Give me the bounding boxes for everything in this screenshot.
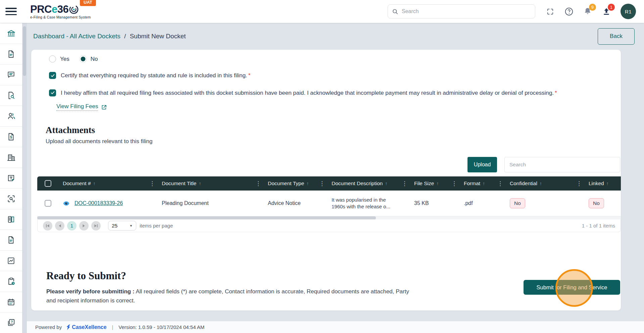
- sidebar-item-calendar[interactable]: [0, 292, 22, 313]
- sort-arrow-icon[interactable]: ↑: [385, 181, 387, 186]
- global-search-input[interactable]: [402, 8, 531, 14]
- fees-invoice-icon: $: [7, 132, 15, 141]
- scrollbar-thumb[interactable]: [37, 216, 376, 219]
- cell-format: .pdf: [460, 191, 506, 216]
- svg-text:$: $: [10, 135, 12, 139]
- column-menu-icon[interactable]: ⋮: [401, 180, 408, 187]
- sidebar-item-tasks[interactable]: [0, 271, 22, 292]
- column-header-document-type[interactable]: Document Type↑⋮: [264, 176, 328, 191]
- last-page-button[interactable]: [91, 221, 101, 231]
- sidebar-scrollbar[interactable]: [22, 23, 27, 333]
- certify-checkbox[interactable]: [49, 72, 56, 79]
- column-header-format[interactable]: Format↑⋮: [460, 176, 506, 191]
- sidebar-item-fees[interactable]: $: [0, 127, 22, 148]
- logo-prefix: PRC: [30, 4, 52, 14]
- global-search[interactable]: [388, 4, 535, 18]
- affirm-label: I hereby affirm that all required filing…: [61, 90, 554, 96]
- column-menu-icon[interactable]: ⋮: [451, 180, 458, 187]
- page-size-select[interactable]: 25 ▼: [108, 221, 136, 231]
- upload-status-icon[interactable]: 1: [602, 7, 611, 16]
- app-logo: UAT PRCe36 e-Filing & Case Management Sy…: [30, 4, 91, 19]
- table-horizontal-scrollbar[interactable]: [37, 216, 621, 219]
- sidebar-item-record-search[interactable]: [0, 189, 22, 209]
- sidebar-item-dockets[interactable]: [0, 44, 22, 65]
- column-menu-icon[interactable]: ⋮: [497, 180, 504, 187]
- sidebar-item-parties[interactable]: [0, 106, 22, 127]
- logo-accent: e: [52, 4, 57, 14]
- menu-icon[interactable]: [5, 7, 17, 16]
- table-row: DOC-000183339-26 Pleading Document Advic…: [37, 191, 621, 216]
- cell-document-title: Pleading Document: [158, 191, 264, 216]
- scrollbar-thumb[interactable]: [23, 26, 26, 76]
- back-button[interactable]: Back: [598, 28, 635, 45]
- sidebar-item-document-search[interactable]: [0, 85, 22, 106]
- breadcrumb-link[interactable]: Dashboard - All Active Dockets: [33, 33, 120, 40]
- column-menu-icon[interactable]: ⋮: [149, 180, 156, 187]
- page-size-value: 25: [112, 223, 117, 229]
- submit-section: Ready to Submit? Please verify before su…: [31, 270, 621, 305]
- attachments-search-input[interactable]: [504, 157, 620, 172]
- ready-to-submit-title: Ready to Submit?: [46, 270, 415, 282]
- pagination-bar: 1 25 ▼ items per page 1 - 1 of 1 items: [37, 219, 621, 232]
- sidebar-item-messages[interactable]: [0, 65, 22, 85]
- sidebar-item-documents[interactable]: [0, 230, 22, 251]
- view-filing-fees-link[interactable]: View Filing Fees: [56, 103, 107, 111]
- notifications-bell-icon[interactable]: 9: [583, 7, 592, 16]
- breadcrumb-current: Submit New Docket: [130, 33, 186, 40]
- submit-docket-card: Yes No Certify that everything required …: [31, 50, 621, 310]
- sort-arrow-icon[interactable]: ↑: [199, 181, 201, 186]
- calendar-icon: [7, 298, 15, 306]
- column-menu-icon[interactable]: ⋮: [255, 180, 262, 187]
- sidebar-item-templates[interactable]: [0, 168, 22, 189]
- sidebar-item-ledger[interactable]: [0, 209, 22, 230]
- next-page-button[interactable]: [79, 221, 89, 231]
- sidebar-item-help-pages[interactable]: ?: [0, 313, 22, 333]
- tasks-clipboard-icon: [7, 277, 16, 286]
- powered-by-label: Powered by: [35, 324, 62, 330]
- sort-arrow-icon[interactable]: ↑: [540, 181, 542, 186]
- casexellence-logo[interactable]: CaseXellence: [66, 324, 106, 330]
- breadcrumb-separator: /: [124, 33, 126, 40]
- affirm-checkbox[interactable]: [49, 89, 56, 96]
- required-asterisk: *: [248, 72, 251, 79]
- sidebar-item-reports[interactable]: [0, 251, 22, 272]
- row-checkbox[interactable]: [45, 200, 51, 207]
- upload-button[interactable]: Upload: [467, 157, 497, 172]
- external-link-icon: [101, 104, 107, 110]
- sort-arrow-icon[interactable]: ↑: [93, 181, 96, 186]
- attachments-subtitle: Upload all documents relevant to this fi…: [46, 138, 621, 145]
- column-menu-icon[interactable]: ⋮: [576, 180, 583, 187]
- user-avatar[interactable]: R1: [621, 4, 636, 19]
- column-header-document-number[interactable]: Document #↑⋮: [59, 176, 158, 191]
- verify-note-bold: Please verify before submitting :: [46, 288, 135, 295]
- column-header-document-title[interactable]: Document Title↑⋮: [158, 176, 264, 191]
- sidebar-item-courthouse[interactable]: [0, 23, 22, 44]
- select-all-checkbox[interactable]: [45, 180, 51, 187]
- sidebar-item-organization[interactable]: [0, 147, 22, 168]
- sort-arrow-icon[interactable]: ↑: [483, 181, 485, 186]
- uploads-count-badge: 1: [608, 4, 615, 11]
- column-header-linked[interactable]: Linked↑⋮: [585, 176, 621, 191]
- help-icon[interactable]: [564, 7, 574, 16]
- messages-icon: [7, 70, 15, 79]
- first-page-button[interactable]: [43, 221, 52, 231]
- radio-no[interactable]: [80, 55, 87, 63]
- cell-document-description: It was popularised in the 1960s with the…: [328, 191, 410, 216]
- column-header-file-size[interactable]: File Size↑⋮: [410, 176, 460, 191]
- sort-arrow-icon[interactable]: ↑: [306, 181, 309, 186]
- previous-page-button[interactable]: [55, 221, 64, 231]
- notifications-count-badge: 9: [589, 4, 596, 11]
- column-menu-icon[interactable]: ⋮: [318, 180, 326, 187]
- document-number-link[interactable]: DOC-000183339-26: [75, 200, 123, 206]
- check-icon: [50, 90, 55, 95]
- submit-for-filing-button[interactable]: Submit for Filing and Service: [524, 280, 620, 295]
- sort-arrow-icon[interactable]: ↑: [436, 181, 439, 186]
- radio-yes[interactable]: [49, 55, 56, 63]
- view-eye-icon[interactable]: [63, 200, 70, 207]
- column-header-confidential[interactable]: Confidential↑⋮: [506, 176, 585, 191]
- column-header-document-description[interactable]: Document Description↑⋮: [328, 176, 410, 191]
- page-number-button[interactable]: 1: [67, 221, 77, 231]
- verify-note: Please verify before submitting : All re…: [46, 287, 415, 305]
- fullscreen-icon[interactable]: [545, 7, 555, 16]
- sort-arrow-icon[interactable]: ↑: [606, 181, 609, 186]
